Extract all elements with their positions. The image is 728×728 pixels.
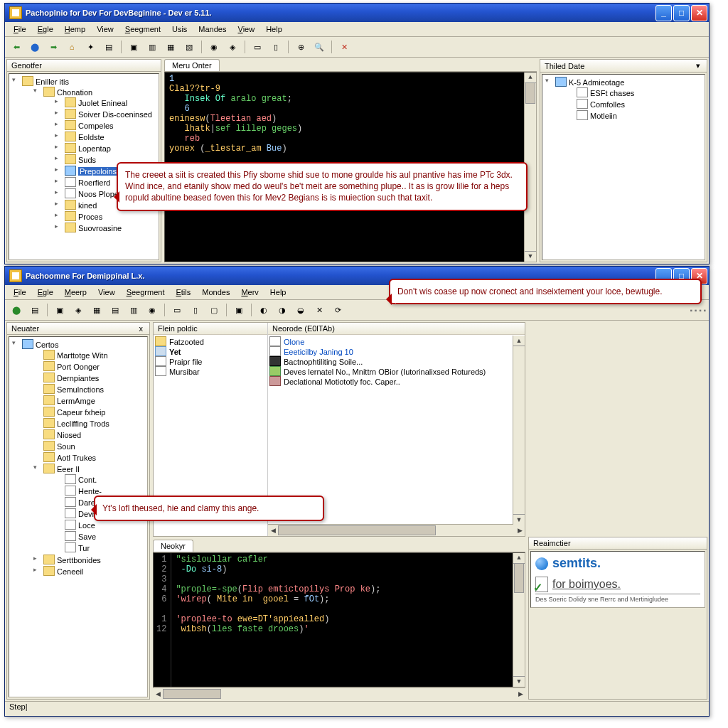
toolbar-button[interactable]: ◑ bbox=[274, 301, 291, 318]
list-item[interactable]: Eeeticilby Janing 10 bbox=[269, 346, 523, 356]
tree-item[interactable]: Lopentap bbox=[55, 142, 157, 154]
tree-root[interactable]: K-5 Admieotage ESFt chasesComfollesMotle… bbox=[545, 76, 703, 122]
tree-folder[interactable]: Chonation Juolet EninealSoiver Dis-coeni… bbox=[33, 86, 157, 234]
tree-item[interactable]: Cont. bbox=[55, 473, 146, 485]
list-item[interactable]: Deves lernatel No., Mnittrn OBior (Iutor… bbox=[269, 366, 523, 376]
list-item[interactable]: Bactnophtiliting Soile... bbox=[269, 356, 523, 366]
close-button[interactable]: ✕ bbox=[691, 5, 707, 21]
menu-item[interactable]: View bbox=[91, 23, 119, 35]
right-tree[interactable]: K-5 Admieotage ESFt chasesComfollesMotle… bbox=[542, 74, 705, 260]
menu-item[interactable]: Meerp bbox=[59, 287, 92, 298]
toolbar-button[interactable]: ▤ bbox=[100, 38, 117, 55]
toolbar-button[interactable]: ▣ bbox=[125, 38, 142, 55]
back-button[interactable]: ⬤ bbox=[8, 301, 25, 318]
menu-item[interactable]: Egle bbox=[32, 287, 59, 298]
toolbar-button[interactable]: ▥ bbox=[125, 301, 142, 318]
toolbar-button[interactable]: ◉ bbox=[205, 38, 223, 55]
editor-tab[interactable]: Meru Onter bbox=[164, 59, 220, 71]
tree-item[interactable]: Motleiin bbox=[567, 109, 703, 121]
menu-item[interactable]: Etils bbox=[170, 287, 196, 298]
toolbar-button[interactable]: ▦ bbox=[88, 301, 105, 318]
tree-item[interactable]: Soiver Dis-coeninsed bbox=[55, 108, 157, 119]
toolbar-button[interactable]: ▧ bbox=[181, 38, 198, 55]
scroll-thumb[interactable] bbox=[278, 525, 436, 535]
toolbar-button[interactable]: ▤ bbox=[26, 301, 43, 318]
tree-item[interactable]: LermAmge bbox=[33, 395, 146, 406]
scroll-thumb[interactable] bbox=[525, 82, 535, 104]
horizontal-scrollbar[interactable]: ◀ ▶ bbox=[268, 524, 525, 536]
tree-item[interactable]: Juolet Enineal bbox=[55, 97, 157, 108]
toolbar-button[interactable]: ▣ bbox=[230, 301, 247, 318]
menu-item[interactable]: Help bbox=[264, 287, 292, 298]
menu-item[interactable]: Usis bbox=[166, 23, 193, 35]
vertical-scrollbar[interactable]: ▲ ▼ bbox=[513, 336, 525, 525]
brand-logo-2[interactable]: for boimyoes. bbox=[535, 577, 700, 592]
code-editor-2[interactable]: 1 2 3 4 6 1 12 "sisloullar cafler -Do si… bbox=[153, 552, 525, 687]
list-item[interactable]: Praipr file bbox=[155, 356, 266, 366]
scroll-left-icon[interactable]: ◀ bbox=[153, 688, 163, 700]
toolbar-button[interactable]: ▢ bbox=[205, 301, 223, 318]
tree-item[interactable]: Soun bbox=[33, 440, 146, 451]
toolbar-button[interactable]: ◈ bbox=[70, 301, 87, 318]
scroll-up-icon[interactable]: ▲ bbox=[513, 553, 525, 564]
tree-item[interactable]: Serttbonides bbox=[33, 554, 146, 565]
tree-item[interactable]: Semulnctions bbox=[33, 383, 146, 395]
menu-item[interactable]: Seegment bbox=[119, 23, 166, 35]
scroll-down-icon[interactable]: ▼ bbox=[513, 514, 525, 525]
toolbar-button[interactable]: ▭ bbox=[249, 38, 266, 55]
menu-item[interactable]: Seegrment bbox=[121, 287, 171, 298]
scroll-right-icon[interactable]: ▶ bbox=[515, 688, 525, 700]
list-item[interactable]: Olone bbox=[269, 336, 523, 346]
list-item[interactable]: Fatzooted bbox=[155, 336, 266, 346]
menu-item[interactable]: Help bbox=[260, 23, 288, 35]
scroll-thumb[interactable] bbox=[163, 689, 221, 699]
tree-item[interactable]: Capeur fxheip bbox=[33, 406, 146, 417]
toolbar-button[interactable]: 🔍 bbox=[311, 38, 328, 55]
toolbar-button[interactable]: ▦ bbox=[162, 38, 179, 55]
scroll-thumb[interactable] bbox=[514, 563, 524, 593]
menu-item[interactable]: File bbox=[8, 23, 32, 35]
tree-item[interactable]: Dernpiantes bbox=[33, 372, 146, 383]
toolbar-button[interactable]: ◐ bbox=[255, 301, 272, 318]
menu-item[interactable]: Mondes bbox=[196, 287, 235, 298]
titlebar-1[interactable]: PachopInio for Dev For DevBeginine - Dev… bbox=[5, 4, 709, 22]
toolbar-button[interactable]: ▥ bbox=[144, 38, 161, 55]
toolbar-button[interactable]: ▤ bbox=[107, 301, 124, 318]
tree-item[interactable]: Niosed bbox=[33, 429, 146, 440]
tree-item[interactable]: ESFt chases bbox=[567, 87, 703, 98]
toolbar-button[interactable]: ▣ bbox=[51, 301, 68, 318]
back-button[interactable]: ⬅ bbox=[8, 38, 25, 55]
toolbar-button[interactable]: ▯ bbox=[267, 38, 284, 55]
menu-item[interactable]: View bbox=[232, 23, 260, 35]
list-item[interactable]: Mursibar bbox=[155, 366, 266, 376]
delete-button[interactable]: ✕ bbox=[336, 38, 353, 55]
menu-item[interactable]: Mandes bbox=[193, 23, 232, 35]
horizontal-scrollbar[interactable]: ◀ ▶ bbox=[153, 687, 525, 700]
menu-item[interactable]: Egle bbox=[32, 23, 59, 35]
tree-item[interactable]: Save bbox=[55, 530, 146, 542]
scroll-up-icon[interactable]: ▲ bbox=[525, 73, 536, 83]
tree-item[interactable]: Ceneeil bbox=[33, 565, 146, 577]
scroll-up-icon[interactable]: ▲ bbox=[513, 336, 525, 346]
tree-item[interactable]: Compeles bbox=[55, 119, 157, 131]
editor-tab[interactable]: Neokyr bbox=[153, 540, 193, 552]
tree-item[interactable]: Hente- bbox=[55, 485, 146, 496]
forward-button[interactable]: ➡ bbox=[45, 38, 62, 55]
home-button[interactable]: ⌂ bbox=[63, 38, 80, 55]
nav-button[interactable]: ⬤ bbox=[26, 38, 43, 55]
minimize-button[interactable]: _ bbox=[655, 5, 672, 21]
toolbar-button[interactable]: ◉ bbox=[144, 301, 161, 318]
list-item[interactable]: Declational Motiototly foc. Caper.. bbox=[269, 376, 523, 386]
toolbar-button[interactable]: ▭ bbox=[168, 301, 186, 318]
tree-item[interactable]: Comfolles bbox=[567, 98, 703, 109]
toolbar-button[interactable]: ◈ bbox=[224, 38, 241, 55]
tree-item[interactable]: Lecliffing Trods bbox=[33, 417, 146, 429]
scroll-left-icon[interactable]: ◀ bbox=[268, 525, 278, 536]
maximize-button[interactable]: □ bbox=[673, 5, 690, 21]
toolbar-button[interactable]: ◒ bbox=[292, 301, 309, 318]
scroll-right-icon[interactable]: ▶ bbox=[515, 525, 525, 536]
tree-item[interactable]: Marttotge Witn bbox=[33, 349, 146, 360]
menu-item[interactable]: File bbox=[8, 287, 32, 298]
menu-item[interactable]: View bbox=[92, 287, 121, 298]
tree-item[interactable]: Suovroasine bbox=[55, 222, 157, 233]
